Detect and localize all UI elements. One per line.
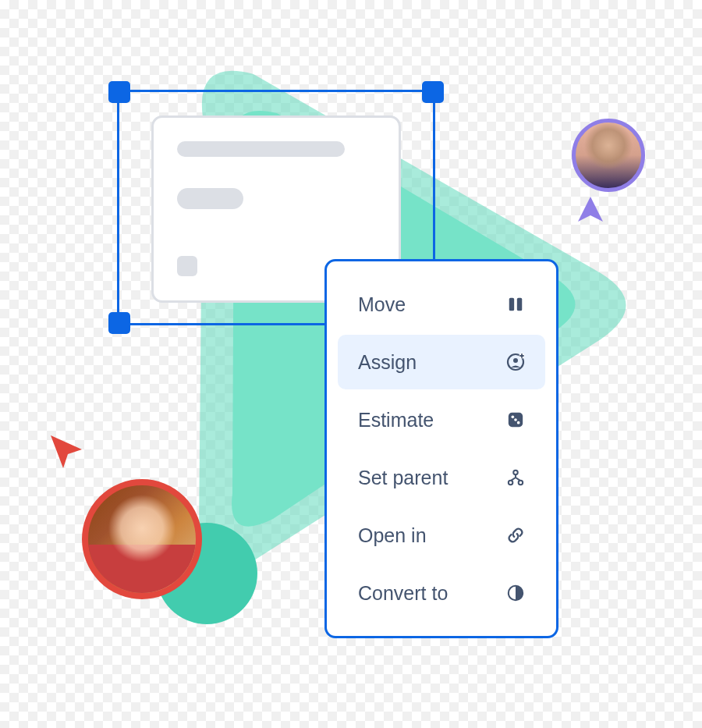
menu-label: Set parent	[358, 467, 448, 489]
menu-item-move[interactable]: Move	[338, 277, 545, 332]
menu-item-open-in[interactable]: Open in	[338, 508, 545, 563]
collaborator-cursor-purple	[573, 194, 608, 228]
svg-point-8	[517, 421, 520, 424]
menu-label: Estimate	[358, 409, 434, 431]
svg-point-6	[512, 416, 515, 419]
menu-label: Move	[358, 293, 406, 316]
menu-label: Open in	[358, 524, 427, 547]
menu-item-estimate[interactable]: Estimate	[338, 392, 545, 447]
svg-point-7	[514, 418, 517, 421]
columns-icon	[506, 295, 525, 314]
svg-point-10	[509, 481, 513, 485]
collaborator-cursor-red	[44, 429, 88, 473]
assign-person-icon	[506, 353, 525, 371]
menu-item-assign[interactable]: Assign	[338, 335, 545, 389]
menu-item-convert-to[interactable]: Convert to	[338, 566, 545, 620]
resize-handle-top-left[interactable]	[108, 81, 130, 103]
context-menu: Move Assign Estimate Set parent Open in …	[324, 259, 558, 638]
svg-point-3	[513, 358, 518, 363]
collaborator-avatar-purple[interactable]	[572, 119, 645, 192]
dice-icon	[506, 410, 525, 429]
menu-label: Assign	[358, 351, 417, 374]
svg-point-11	[519, 481, 523, 485]
menu-item-set-parent[interactable]: Set parent	[338, 450, 545, 505]
resize-handle-top-right[interactable]	[422, 81, 444, 103]
svg-rect-1	[517, 298, 522, 311]
svg-point-9	[513, 471, 518, 475]
menu-label: Convert to	[358, 582, 448, 605]
hierarchy-icon	[506, 468, 525, 487]
collaborator-avatar-red[interactable]	[82, 479, 202, 599]
svg-rect-0	[509, 298, 514, 311]
resize-handle-bottom-left[interactable]	[108, 312, 130, 334]
link-icon	[506, 526, 525, 545]
half-circle-icon	[506, 584, 525, 602]
